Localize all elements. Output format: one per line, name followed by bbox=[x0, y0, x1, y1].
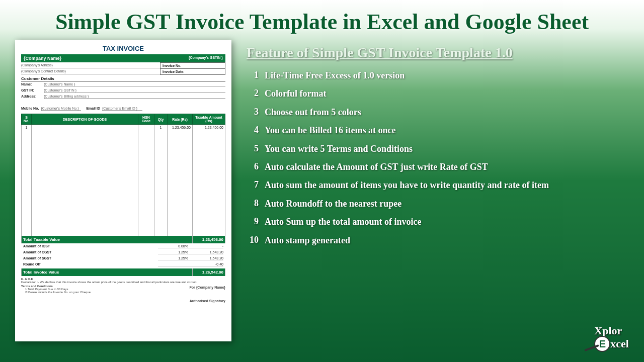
feature-item: 5You can write 5 Terms and Conditions bbox=[247, 143, 629, 155]
items-table: S No. DESCRIPTION OF GOODS HSN Code Qty … bbox=[21, 114, 225, 243]
roundoff-amt: -0.40 bbox=[188, 262, 223, 266]
feature-text: Auto stamp generated bbox=[265, 235, 629, 246]
feature-text: Colorful format bbox=[265, 88, 629, 100]
feature-text: Auto Roundoff to the nearest rupee bbox=[265, 198, 629, 210]
sgst-pct: 1.25% bbox=[158, 256, 188, 260]
logo-line1: Xplor bbox=[594, 326, 629, 336]
row-hsn bbox=[138, 125, 154, 131]
feature-number: 5 bbox=[247, 143, 259, 155]
invoice-no-label: Invoice No. bbox=[163, 64, 190, 67]
row-sno: 1 bbox=[22, 125, 32, 131]
term-2: 2 Please include the Invoice No. on your… bbox=[21, 291, 91, 294]
feature-item: 3Choose out from 5 colors bbox=[247, 107, 629, 118]
feature-item: 4You can be Billed 16 items at once bbox=[247, 125, 629, 136]
features-heading: Feature of Simple GST Invoice Template 1… bbox=[247, 45, 629, 61]
feature-item: 1Life-Time Free Excess of 1.0 version bbox=[247, 70, 629, 81]
feature-number: 3 bbox=[247, 107, 259, 118]
feature-text: You can write 5 Terms and Conditions bbox=[265, 143, 629, 155]
col-sno: S No. bbox=[22, 114, 32, 125]
company-address: {Company's Adress} bbox=[21, 62, 160, 68]
logo-line2: xcel bbox=[610, 339, 629, 349]
mobile-label: Mobile No. bbox=[21, 107, 39, 111]
logo-e-icon: E bbox=[594, 336, 610, 352]
igst-pct: 0.00% bbox=[158, 244, 188, 248]
col-amount: Taxable Amount (Rs) bbox=[193, 114, 225, 125]
name-label: Name: bbox=[21, 82, 44, 86]
page-title: Simple GST Invoice Template in Excel and… bbox=[0, 0, 644, 40]
total-taxable-label: Total Taxable Value bbox=[22, 236, 193, 243]
row-qty: 1 bbox=[154, 125, 168, 131]
total-invoice-value: 1,26,542.00 bbox=[193, 268, 225, 276]
feature-text: Life-Time Free Excess of 1.0 version bbox=[265, 70, 629, 81]
company-name: {Company Name} bbox=[24, 56, 61, 61]
customer-email: {Customer's Email ID } bbox=[102, 107, 142, 111]
declaration: Declaration :- We declare that this invo… bbox=[21, 281, 225, 284]
col-desc: DESCRIPTION OF GOODS bbox=[32, 114, 138, 125]
customer-name: {Customer's Name } bbox=[44, 82, 225, 86]
col-rate: Rate (Rs) bbox=[168, 114, 193, 125]
feature-item: 10Auto stamp generated bbox=[247, 235, 629, 246]
feature-number: 2 bbox=[247, 88, 259, 100]
feature-item: 2Colorful format bbox=[247, 88, 629, 100]
contact-row: Mobile No.{Customer's Mobile No.} Email … bbox=[21, 105, 225, 113]
for-company: For {Company Name} bbox=[189, 286, 225, 289]
feature-number: 1 bbox=[247, 70, 259, 81]
authorised-signatory: Authorised Signatory bbox=[189, 299, 225, 303]
roundoff-label: Round Off bbox=[23, 262, 158, 266]
col-qty: Qty bbox=[154, 114, 168, 125]
feature-number: 6 bbox=[247, 161, 259, 173]
content-row: TAX INVOICE {Company Name} {Company's GS… bbox=[0, 40, 644, 341]
address-label: Address: bbox=[21, 95, 44, 99]
row-rate: 1,23,456.00 bbox=[168, 125, 193, 131]
invoice-doc-title: TAX INVOICE bbox=[21, 45, 225, 52]
feature-text: You can be Billed 16 items at once bbox=[265, 125, 629, 136]
cgst-amt: 1,543.20 bbox=[188, 250, 223, 254]
igst-label: Amount of IGST bbox=[23, 244, 158, 248]
sgst-label: Amount of SGST bbox=[23, 256, 158, 260]
pen-icon bbox=[585, 344, 600, 351]
feature-item: 6Auto calculate the Amount of GST just w… bbox=[247, 161, 629, 173]
row-amount: 1,23,456.00 bbox=[193, 125, 225, 131]
customer-mobile: {Customer's Mobile No.} bbox=[41, 107, 81, 111]
invoice-meta: {Company's Adress} {Company's Contact De… bbox=[21, 62, 225, 75]
features-panel: Feature of Simple GST Invoice Template 1… bbox=[247, 40, 629, 341]
email-label: Email ID bbox=[86, 107, 100, 111]
feature-number: 8 bbox=[247, 198, 259, 210]
customer-gstin: {Customer's GSTIN } bbox=[44, 88, 225, 93]
company-header-bar: {Company Name} {Company's GSTIN } bbox=[21, 54, 225, 62]
invoice-date-label: Invoice Date: bbox=[163, 70, 190, 73]
feature-text: Auto sum the amount of items you have to… bbox=[265, 179, 629, 191]
feature-item: 7Auto sum the amount of items you have t… bbox=[247, 179, 629, 191]
sgst-amt: 1,543.20 bbox=[188, 256, 223, 260]
col-hsn: HSN Code bbox=[138, 114, 154, 125]
feature-text: Auto Sum up the total amount of invoice bbox=[265, 216, 629, 228]
feature-text: Choose out from 5 colors bbox=[265, 107, 629, 118]
feature-text: Auto calculate the Amount of GST just wr… bbox=[265, 161, 629, 173]
cgst-label: Amount of CGST bbox=[23, 250, 158, 254]
total-taxable-value: 1,23,456.00 bbox=[193, 236, 225, 243]
total-invoice-label: Total Invoice Value bbox=[22, 268, 193, 276]
customer-address: {Customer's Billing address } bbox=[44, 95, 225, 99]
brand-logo: Xplor E xcel bbox=[594, 326, 629, 352]
row-desc bbox=[32, 125, 138, 131]
feature-item: 9Auto Sum up the total amount of invoice bbox=[247, 216, 629, 228]
company-contact: {Company's Contact Details} bbox=[21, 68, 160, 74]
feature-number: 10 bbox=[247, 235, 259, 246]
company-gstin: {Company's GSTIN } bbox=[189, 56, 223, 61]
igst-amt: - bbox=[188, 244, 223, 248]
cgst-pct: 1.25% bbox=[158, 250, 188, 254]
gstin-label: GST IN: bbox=[21, 88, 44, 93]
feature-number: 7 bbox=[247, 179, 259, 191]
invoice-preview: TAX INVOICE {Company Name} {Company's GS… bbox=[15, 40, 231, 341]
feature-number: 4 bbox=[247, 125, 259, 136]
customer-details-label: Customer Details bbox=[21, 76, 225, 81]
feature-number: 9 bbox=[247, 216, 259, 228]
feature-item: 8Auto Roundoff to the nearest rupee bbox=[247, 198, 629, 210]
